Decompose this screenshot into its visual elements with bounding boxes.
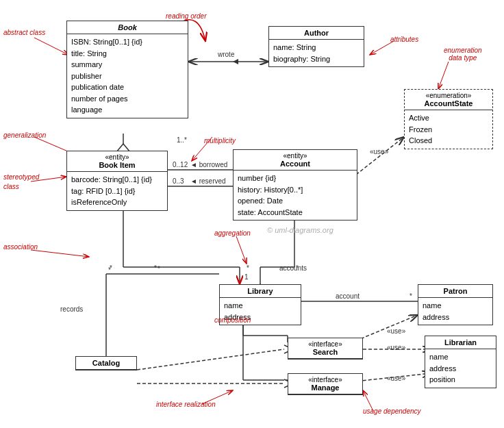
generalization-label: generalization bbox=[3, 131, 46, 139]
stereotyped-class-label: stereotypedclass bbox=[3, 173, 39, 192]
account-attr-2: opened: Date bbox=[238, 195, 353, 207]
account-state-attr-1: Frozen bbox=[409, 124, 488, 136]
svg-text:«use»: «use» bbox=[370, 148, 389, 155]
manage-stereotype: «interface» bbox=[292, 376, 358, 383]
account-state-attr-0: Active bbox=[409, 112, 488, 124]
multiplicity-label: multiplicity bbox=[204, 137, 236, 144]
catalog-class: Catalog bbox=[75, 356, 137, 370]
account-state-class: «enumeration» AccountState Active Frozen… bbox=[404, 89, 493, 149]
svg-text:account: account bbox=[336, 292, 360, 300]
book-header: Book bbox=[67, 21, 188, 34]
book-attr-1: title: String bbox=[71, 48, 184, 60]
use-label-search-librarian: «use» bbox=[387, 344, 405, 351]
account-body: number {id} history: History[0..*] opene… bbox=[234, 171, 357, 220]
book-item-attr-0: barcode: String[0..1] {id} bbox=[71, 174, 163, 186]
svg-text:0..3: 0..3 bbox=[173, 177, 184, 185]
account-attr-0: number {id} bbox=[238, 173, 353, 184]
account-stereotype: «entity» bbox=[238, 152, 353, 160]
library-header: Library bbox=[220, 285, 301, 298]
book-attr-4: publication date bbox=[71, 81, 184, 93]
attributes-label: attributes bbox=[390, 36, 418, 43]
patron-title: Patron bbox=[444, 287, 468, 295]
patron-attr-0: name bbox=[423, 300, 488, 312]
composition-label: composition bbox=[214, 316, 251, 324]
search-stereotype: «interface» bbox=[292, 340, 358, 348]
librarian-title: Librarian bbox=[444, 338, 477, 347]
manage-class: «interface» Manage bbox=[288, 373, 363, 395]
author-body: name: String biography: String bbox=[269, 40, 364, 66]
svg-text:1..*: 1..* bbox=[177, 136, 187, 144]
aggregation-label: aggregation bbox=[214, 229, 251, 237]
author-class: Author name: String biography: String bbox=[268, 26, 364, 67]
book-item-attr-2: isReferenceOnly bbox=[71, 197, 163, 208]
interface-realization-label: interface realization bbox=[156, 401, 216, 408]
book-item-title: Book Item bbox=[71, 161, 163, 169]
svg-text:1: 1 bbox=[244, 273, 249, 281]
librarian-header: Librarian bbox=[425, 336, 496, 349]
svg-text:accounts: accounts bbox=[279, 264, 307, 272]
svg-text:◄ borrowed: ◄ borrowed bbox=[190, 161, 227, 168]
account-state-stereotype: «enumeration» bbox=[409, 92, 488, 99]
search-title: Search bbox=[292, 348, 358, 356]
use-label-search-patron: «use» bbox=[387, 327, 405, 335]
diagram-container: wrote 0..12 ◄ borrowed 0..3 ◄ reserved «… bbox=[0, 0, 504, 428]
watermark: © uml-diagrams.org bbox=[267, 226, 333, 234]
association-label: association bbox=[3, 243, 38, 251]
svg-text:*: * bbox=[296, 264, 299, 272]
svg-marker-7 bbox=[233, 59, 238, 64]
author-title: Author bbox=[304, 29, 329, 37]
librarian-attr-2: position bbox=[429, 374, 492, 386]
account-attr-1: history: History[0..*] bbox=[238, 184, 353, 196]
book-item-class: «entity» Book Item barcode: String[0..1]… bbox=[66, 151, 168, 211]
svg-text:0..12: 0..12 bbox=[173, 161, 188, 168]
svg-text:*: * bbox=[158, 265, 160, 273]
account-state-header: «enumeration» AccountState bbox=[405, 90, 492, 110]
book-body: ISBN: String[0..1] {id} title: String su… bbox=[67, 34, 188, 118]
author-attr-1: biography: String bbox=[273, 53, 360, 65]
librarian-attr-1: address bbox=[429, 363, 492, 375]
book-item-attr-1: tag: RFID [0..1] {id} bbox=[71, 186, 163, 197]
catalog-header: Catalog bbox=[76, 357, 136, 370]
svg-text:*: * bbox=[410, 292, 412, 300]
librarian-body: name address position bbox=[425, 349, 496, 388]
account-state-body: Active Frozen Closed bbox=[405, 110, 492, 149]
patron-body: name address bbox=[418, 298, 492, 325]
manage-title: Manage bbox=[292, 383, 358, 392]
manage-header: «interface» Manage bbox=[288, 374, 362, 394]
librarian-attr-0: name bbox=[429, 351, 492, 363]
search-header: «interface» Search bbox=[288, 338, 362, 359]
book-attr-3: publisher bbox=[71, 71, 184, 82]
svg-text:wrote: wrote bbox=[217, 51, 235, 58]
account-state-attr-2: Closed bbox=[409, 135, 488, 147]
svg-text:*: * bbox=[247, 264, 249, 272]
library-title: Library bbox=[247, 287, 273, 295]
catalog-title: Catalog bbox=[92, 359, 120, 367]
patron-header: Patron bbox=[418, 285, 492, 298]
book-item-stereotype: «entity» bbox=[71, 153, 163, 161]
author-header: Author bbox=[269, 27, 364, 40]
svg-text:*: * bbox=[110, 264, 112, 272]
account-header: «entity» Account bbox=[234, 150, 357, 171]
book-title: Book bbox=[118, 23, 137, 32]
account-title: Account bbox=[238, 160, 353, 168]
book-attr-2: summary bbox=[71, 59, 184, 71]
search-class: «interface» Search bbox=[288, 338, 363, 360]
book-item-body: barcode: String[0..1] {id} tag: RFID [0.… bbox=[67, 172, 167, 210]
svg-line-38 bbox=[137, 349, 284, 370]
book-attr-6: language bbox=[71, 104, 184, 116]
account-attr-3: state: AccountState bbox=[238, 207, 353, 218]
abstract-class-label: abstract class bbox=[3, 29, 45, 36]
svg-text:*: * bbox=[154, 264, 157, 272]
author-attr-0: name: String bbox=[273, 42, 360, 53]
use-label-manage-librarian: «use» bbox=[387, 375, 405, 382]
account-class: «entity» Account number {id} history: Hi… bbox=[233, 149, 357, 221]
book-attr-0: ISBN: String[0..1] {id} bbox=[71, 36, 184, 48]
usage-dependency-label: usage dependency bbox=[363, 407, 421, 415]
book-attr-5: number of pages bbox=[71, 93, 184, 105]
book-class: Book ISBN: String[0..1] {id} title: Stri… bbox=[66, 21, 188, 118]
librarian-class: Librarian name address position bbox=[425, 336, 496, 388]
svg-line-18 bbox=[356, 137, 404, 175]
patron-class: Patron name address bbox=[418, 284, 493, 325]
enumeration-data-type-label: enumerationdata type bbox=[444, 47, 482, 62]
book-item-header: «entity» Book Item bbox=[67, 151, 167, 172]
